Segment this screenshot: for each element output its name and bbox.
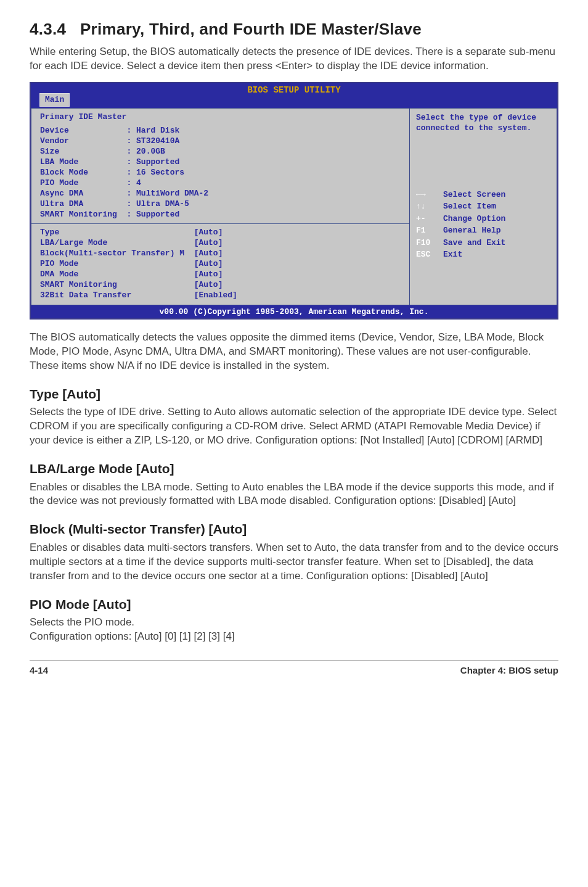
sub-heading-block: Block (Multi-sector Transfer) [Auto] [30,521,558,538]
pio-body2: Configuration options: [Auto] [0] [1] [2… [30,630,558,644]
type-body: Selects the type of IDE drive. Setting t… [30,405,558,448]
bios-help-row: ←→Select Screen [416,189,550,200]
pio-body1: Selects the PIO mode. [30,616,558,630]
bios-right-pane: Select the type of device connected to t… [409,108,557,305]
bios-left-pane: Primary IDE Master Device : Hard Disk Ve… [31,108,409,305]
bios-help-row: +-Change Option [416,213,550,225]
page-footer-title: Chapter 4: BIOS setup [460,664,558,677]
bios-footer: v00.00 (C)Copyright 1985-2003, American … [31,305,557,319]
bios-info-row: Async DMA : MultiWord DMA-2 [40,189,401,199]
bios-setting-row: LBA/Large Mode [Auto] [40,238,401,249]
bios-info-row: Device : Hard Disk [40,126,401,136]
bios-setting-row: Block(Multi-sector Transfer) M [Auto] [40,249,401,259]
bios-info-panel: Primary IDE Master Device : Hard Disk Ve… [31,109,409,225]
bios-screenshot: BIOS SETUP UTILITY Main Primary IDE Mast… [30,82,558,320]
bios-help-row: F1General Help [416,225,550,236]
bios-settings-panel: Type [Auto] LBA/Large Mode [Auto] Block(… [31,224,409,304]
bios-help-row: ↑↓Select Item [416,201,550,212]
bios-info-row: PIO Mode : 4 [40,178,401,189]
intro-paragraph: While entering Setup, the BIOS automatic… [30,45,558,73]
bios-help-row: ESCExit [416,249,550,260]
bios-setting-row: SMART Monitoring [Auto] [40,280,401,291]
bios-header-title: BIOS SETUP UTILITY [247,85,340,96]
bios-info-row: Ultra DMA : Ultra DMA-5 [40,199,401,210]
sub-heading-lba: LBA/Large Mode [Auto] [30,460,558,477]
bios-help-text: Select the type of device connected to t… [416,112,550,134]
bios-info-row: SMART Monitoring : Supported [40,210,401,220]
page-footer: 4-14 Chapter 4: BIOS setup [30,660,558,677]
bios-help-row: F10Save and Exit [416,237,550,249]
bios-setting-row: Type [Auto] [40,228,401,238]
bios-tab-main: Main [39,93,70,107]
bios-info-row: LBA Mode : Supported [40,157,401,168]
bios-info-row: Size : 20.0GB [40,147,401,157]
post-bios-paragraph: The BIOS automatically detects the value… [30,331,558,373]
bios-panel-title: Primary IDE Master [40,112,401,123]
lba-body: Enables or disables the LBA mode. Settin… [30,481,558,509]
bios-setting-row: PIO Mode [Auto] [40,259,401,270]
block-body: Enables or disables data multi-sectors t… [30,541,558,584]
page-number: 4-14 [30,664,48,677]
bios-topbar: BIOS SETUP UTILITY Main [31,83,557,108]
sub-heading-pio: PIO Mode [Auto] [30,596,558,613]
bios-setting-row: DMA Mode [Auto] [40,270,401,280]
bios-setting-row: 32Bit Data Transfer [Enabled] [40,291,401,301]
section-title: Primary, Third, and Fourth IDE Master/Sl… [80,20,422,38]
section-number: 4.3.4 [30,20,66,38]
bios-info-row: Block Mode : 16 Sectors [40,168,401,178]
bios-info-row: Vendor : ST320410A [40,136,401,147]
section-heading: 4.3.4 Primary, Third, and Fourth IDE Mas… [30,19,558,40]
sub-heading-type: Type [Auto] [30,386,558,403]
bios-body: Primary IDE Master Device : Hard Disk Ve… [31,108,557,305]
